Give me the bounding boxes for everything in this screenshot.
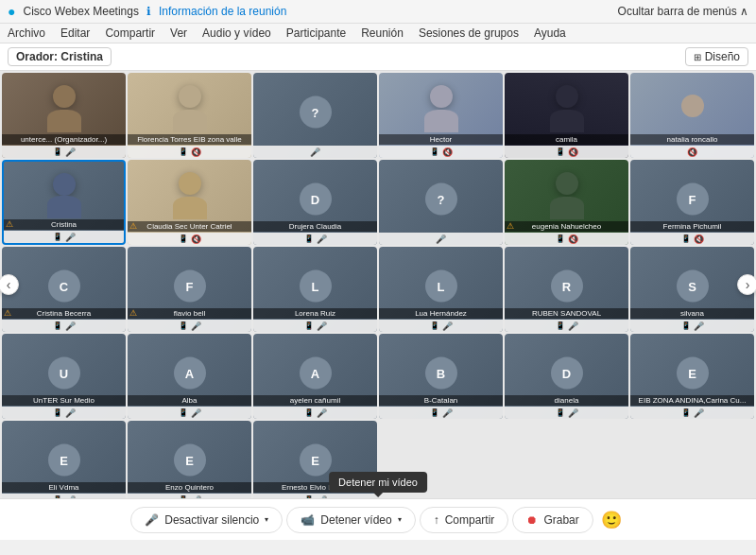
phone-icon-unterce: 📱 — [53, 147, 62, 156]
video-cell-ayelen[interactable]: Aayelen cañumil📱🎤 — [253, 334, 377, 419]
mute-button[interactable]: 🎤 Desactivar silencio ▾ — [130, 507, 283, 533]
phone-icon-bcatalan: 📱 — [430, 408, 439, 417]
mute-chevron[interactable]: ▾ — [265, 515, 268, 524]
speaker-name: Cristina — [60, 50, 103, 63]
mic-icon-cristina_b: 🎤 — [65, 321, 76, 331]
hide-menu-label[interactable]: Ocultar barra de menús ∧ — [618, 5, 748, 18]
video-cell-alba[interactable]: AAlba📱🎤 — [128, 334, 251, 419]
video-cell-blank2[interactable]: ?🎤 — [379, 160, 503, 245]
mic-icon-dianela: 🎤 — [568, 408, 578, 418]
mic-icon-ayelen: 🎤 — [317, 408, 327, 418]
menu-ayuda[interactable]: Ayuda — [534, 26, 566, 40]
info-label[interactable]: Información de la reunión — [159, 5, 286, 18]
warning-cristina: ⚠ — [6, 219, 13, 229]
avatar-enzo: E — [174, 444, 206, 477]
cell-label-unterce: unterce... (Organizador...) — [2, 134, 126, 145]
cell-icons-unterce: 📱🎤 — [2, 146, 126, 158]
video-cell-bcatalan[interactable]: BB-Catalan📱🎤 — [379, 334, 503, 419]
phone-icon-camila: 📱 — [556, 147, 565, 156]
phone-icon-alba: 📱 — [179, 408, 188, 417]
mic-icon-cristina: 🎤 — [65, 233, 76, 242]
avatar-drujera: D — [300, 183, 332, 216]
menu-compartir[interactable]: Compartir — [105, 26, 155, 40]
video-cell-blank1[interactable]: ?🎤 — [253, 73, 377, 158]
mic-icon-lua: 🎤 — [442, 321, 453, 331]
video-cell-silvana[interactable]: Ssilvana📱🎤 — [630, 247, 754, 332]
menu-participante[interactable]: Participante — [286, 26, 346, 40]
cell-icons-claudia: 📱🔇 — [128, 233, 251, 245]
video-cell-camila[interactable]: camila📱🔇 — [505, 73, 628, 158]
video-cell-cristina_b[interactable]: CCristina Becerra📱🎤⚠ — [2, 247, 126, 332]
warning-claudia: ⚠ — [129, 221, 137, 231]
cell-icons-cristina_b: 📱🎤 — [2, 320, 126, 332]
bottom-bar: Detener mi vídeo 🎤 Desactivar silencio ▾… — [0, 498, 756, 540]
video-cell-lua[interactable]: LLua Hernández📱🎤 — [379, 247, 503, 332]
cell-icons-silvana: 📱🎤 — [630, 320, 754, 332]
menu-archivo[interactable]: Archivo — [8, 26, 45, 40]
video-cell-enzo[interactable]: EEnzo Quintero📱🎤 — [128, 421, 251, 506]
video-cell-ruben[interactable]: RRUBEN SANDOVAL📱🎤 — [505, 247, 628, 332]
video-cell-eugenia[interactable]: eugenia Nahuelcheo📱🔇⚠ — [505, 160, 628, 245]
cell-icons-unter: 📱🎤 — [2, 407, 126, 419]
cell-label-flavio: flavio bell — [128, 308, 251, 319]
avatar-ernesto: E — [300, 444, 332, 477]
video-cell-cristina[interactable]: Cristina📱🎤⚠ — [2, 160, 126, 245]
menu-sesiones[interactable]: Sesiones de grupos — [419, 26, 519, 40]
warning-cristina_b: ⚠ — [4, 308, 11, 318]
warning-flavio: ⚠ — [129, 308, 137, 318]
share-button[interactable]: ↑ Compartir — [420, 507, 509, 533]
video-cell-ernesto[interactable]: EErnesto Elvio López📱🎤✋ — [253, 421, 377, 506]
mic-icon-blank1: 🎤 — [310, 147, 320, 157]
mic-icon-unterce: 🎤 — [65, 147, 76, 157]
speaker-label: Orador: — [16, 50, 58, 63]
video-button[interactable]: 📹 Detener vídeo ▾ — [286, 507, 415, 533]
avatar-ruben: R — [551, 270, 583, 303]
cell-icons-eib: 📱🎤 — [630, 407, 754, 419]
mic-icon-camila: 🔇 — [568, 147, 578, 157]
record-button[interactable]: ⏺ Grabar — [512, 507, 593, 533]
video-cell-natalia[interactable]: natalia roncallo🔇 — [630, 73, 754, 158]
nav-next-button[interactable]: › — [737, 274, 756, 295]
video-cell-unterce[interactable]: unterce... (Organizador...)📱🎤 — [2, 73, 126, 158]
cell-icons-ruben: 📱🎤 — [505, 320, 628, 332]
cell-label-lua: Lua Hernández — [379, 308, 503, 319]
record-label: Grabar — [543, 513, 578, 527]
cell-icons-blank1: 🎤 — [253, 146, 377, 158]
phone-icon-flavio: 📱 — [179, 321, 188, 330]
cell-label-eib: EIB ZONA ANDINA,Carina Cu... — [630, 395, 754, 406]
mic-icon-unter: 🎤 — [65, 408, 76, 418]
video-cell-hector[interactable]: Hector📱🔇 — [379, 73, 503, 158]
video-cell-eli[interactable]: EEli Vdma📱🎤 — [2, 421, 126, 506]
avatar-eli: E — [48, 444, 80, 477]
avatar-eib: E — [677, 357, 709, 390]
video-cell-fermina[interactable]: FFermina Pichumil📱🔇 — [630, 160, 754, 245]
video-tooltip: Detener mi vídeo — [329, 472, 427, 493]
mic-icon-blank2: 🎤 — [436, 234, 446, 244]
info-icon: ℹ — [146, 5, 151, 18]
video-cell-unter[interactable]: UUnTER Sur Medio📱🎤 — [2, 334, 126, 419]
video-cell-claudia[interactable]: Claudia Sec Unter Catriel📱🔇⚠ — [128, 160, 251, 245]
menu-editar[interactable]: Editar — [60, 26, 90, 40]
menu-audio[interactable]: Audio y vídeo — [202, 26, 271, 40]
video-chevron[interactable]: ▾ — [398, 515, 402, 524]
video-cell-dianela[interactable]: Ddianela📱🎤 — [505, 334, 628, 419]
cell-label-unter: UnTER Sur Medio — [2, 395, 126, 406]
cell-icons-cristina: 📱🎤 — [4, 231, 124, 243]
phone-icon-silvana: 📱 — [681, 321, 691, 330]
video-cell-flavio[interactable]: Fflavio bell📱🎤⚠ — [128, 247, 251, 332]
cell-icons-florencia: 📱🔇 — [128, 146, 251, 158]
video-cell-florencia[interactable]: Florencia Torres EIB zona valle📱🔇 — [128, 73, 251, 158]
emoji-button[interactable]: 🙂 — [597, 506, 626, 534]
video-cell-lorena[interactable]: LLorena Ruiz📱🎤 — [253, 247, 377, 332]
mic-icon-florencia: 🔇 — [191, 147, 201, 157]
phone-icon-drujera: 📱 — [304, 234, 314, 243]
design-button[interactable]: ⊞ Diseño — [685, 47, 748, 66]
cell-label-alba: Alba — [128, 395, 251, 406]
menu-ver[interactable]: Ver — [170, 26, 187, 40]
phone-icon-dianela: 📱 — [556, 408, 565, 417]
video-icon: 📹 — [301, 513, 315, 527]
video-cell-eib[interactable]: EEIB ZONA ANDINA,Carina Cu...📱🎤 — [630, 334, 754, 419]
menu-reunion[interactable]: Reunión — [361, 26, 404, 40]
toolbar: Orador: Cristina ⊞ Diseño — [0, 43, 756, 71]
video-cell-drujera[interactable]: DDrujera Claudia📱🎤 — [253, 160, 377, 245]
